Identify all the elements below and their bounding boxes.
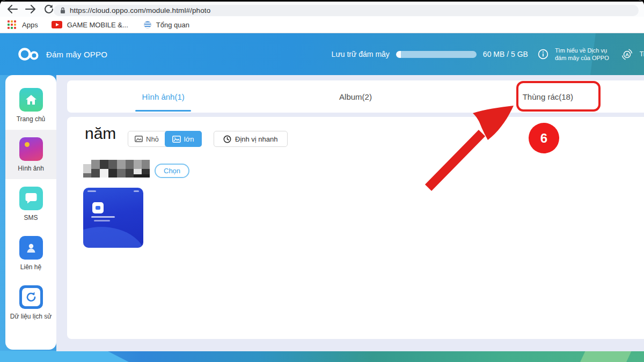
thumbnail-app-icon [92,202,104,213]
tab-label: Album(2) [339,92,372,101]
browser-window: https://cloud.oppo.com/module.html#/phot… [0,0,644,362]
select-button[interactable]: Chọn [155,164,189,178]
storage-progress-fill [396,51,401,58]
svg-text:A: A [625,52,629,57]
size-large-button[interactable]: lớn [165,131,202,147]
storage-progress-bar [396,51,477,58]
size-large-label: lớn [184,135,194,143]
back-arrow-icon [7,5,18,13]
forward-button[interactable] [21,2,40,16]
sidebar-item-label: Trang chủ [17,115,46,123]
clock-icon [223,135,231,143]
service-info-line1: Tìm hiểu về Dịch vụ [555,47,607,54]
language-label[interactable]: Tiế [640,50,644,58]
sidebar-item-photos[interactable]: Hình ảnh [5,130,56,179]
overview-favicon[interactable] [144,21,151,28]
large-image-icon [172,136,181,143]
contacts-icon [19,236,43,260]
service-info-line2: đám mây của OPPO [555,55,609,61]
storage-label: Lưu trữ đám mây [332,50,390,58]
service-info-link[interactable]: Tìm hiểu về Dịch vụ đám mây của OPPO [555,47,609,62]
small-image-icon [135,136,143,142]
year-group-title: năm [85,124,116,143]
sidebar-item-label: Hình ảnh [18,165,44,172]
pointer-arrow [418,99,525,200]
browser-toolbar: https://cloud.oppo.com/module.html#/phot… [0,0,644,17]
size-small-label: Nhỏ [146,135,159,143]
size-small-button[interactable]: Nhỏ [128,131,165,146]
bookmark-overview[interactable]: Tổng quan [156,21,189,29]
apps-grid-icon[interactable] [8,20,16,29]
url-text: https://cloud.oppo.com/module.html#/phot… [70,6,210,14]
youtube-icon[interactable] [52,21,62,28]
background-shape [0,351,129,362]
photos-content: năm Nhỏ lớn Định vị nhanh [67,117,644,339]
step-number-badge: 6 [529,123,559,153]
sidebar-item-label: Liên hệ [20,263,41,271]
quick-locate-button[interactable]: Định vị nhanh [214,131,288,147]
language-icon[interactable]: A [621,48,633,61]
sidebar-item-home[interactable]: Trang chủ [5,80,56,130]
cloud-header: Đám mây OPPO Lưu trữ đám mây 60 MB / 5 G… [0,33,644,75]
storage-value: 60 MB / 5 GB [483,50,528,58]
active-tab-underline [135,110,191,112]
background-shape [580,351,632,362]
bookmark-apps[interactable]: Apps [22,21,38,29]
home-icon [19,88,43,112]
thumbnail-detail [94,220,110,221]
back-button[interactable] [3,2,21,16]
bookmark-game[interactable]: GAME MOBILE &... [67,21,128,29]
info-icon[interactable] [538,49,548,60]
sms-icon [19,187,43,210]
quick-locate-label: Định vị nhanh [235,135,278,143]
sidebar: Trang chủ Hình ảnh SMS Liên hệ Dữ liệu l [5,75,56,350]
sidebar-item-sms[interactable]: SMS [5,179,56,228]
bookmarks-bar: Apps GAME MOBILE &... Tổng quan [0,17,644,33]
oppo-cloud-logo-icon[interactable] [17,46,42,64]
thumbnail-detail [91,216,115,218]
address-bar[interactable]: https://cloud.oppo.com/module.html#/phot… [54,5,639,16]
history-sync-icon [19,285,43,309]
trash-tab-highlight-box [516,81,601,112]
tab-label: Hình ảnh(1) [142,92,185,101]
app-title: Đám mây OPPO [46,50,107,59]
photo-thumbnail[interactable] [83,188,143,248]
thumbnail-detail [87,190,96,192]
sidebar-item-history[interactable]: Dữ liệu lịch sử [5,278,56,327]
thumbnail-detail [134,190,139,192]
lock-icon [60,7,65,14]
sidebar-item-label: Dữ liệu lịch sử [10,313,52,320]
sidebar-item-label: SMS [24,214,38,221]
reload-icon [44,4,54,14]
photos-icon [19,137,43,161]
thumbnail-size-toggle: Nhỏ lớn [128,131,202,147]
forward-arrow-icon [25,5,36,13]
tab-photos[interactable]: Hình ảnh(1) [67,80,259,113]
sidebar-item-contacts[interactable]: Liên hệ [5,228,56,278]
censored-text-mosaic [83,160,150,180]
